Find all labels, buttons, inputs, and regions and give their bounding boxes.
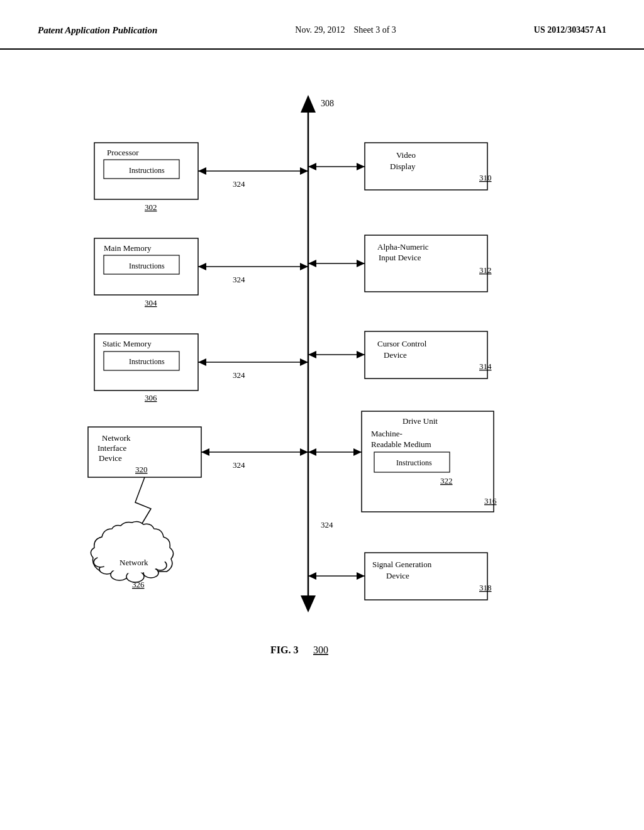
svg-marker-62 bbox=[357, 260, 365, 267]
svg-text:Device: Device bbox=[384, 350, 407, 360]
svg-text:Device: Device bbox=[99, 453, 122, 463]
svg-text:Readable Medium: Readable Medium bbox=[371, 440, 431, 449]
svg-text:Network: Network bbox=[119, 558, 148, 567]
publication-date-sheet: Nov. 29, 2012 Sheet 3 of 3 bbox=[295, 25, 396, 35]
svg-marker-18 bbox=[198, 263, 206, 270]
svg-marker-9 bbox=[198, 167, 206, 175]
svg-text:Interface: Interface bbox=[97, 443, 126, 453]
svg-text:Network: Network bbox=[102, 433, 131, 443]
svg-text:312: 312 bbox=[479, 265, 492, 275]
svg-marker-80 bbox=[353, 448, 362, 456]
svg-text:326: 326 bbox=[132, 580, 145, 589]
patent-diagram: 308 Processor Instructions 302 324 Main … bbox=[0, 50, 644, 741]
svg-marker-55 bbox=[357, 163, 365, 170]
svg-text:302: 302 bbox=[145, 202, 157, 212]
svg-text:306: 306 bbox=[145, 393, 157, 402]
svg-text:324: 324 bbox=[233, 460, 245, 470]
svg-marker-87 bbox=[308, 572, 316, 580]
svg-text:Instructions: Instructions bbox=[396, 458, 432, 467]
svg-marker-54 bbox=[308, 163, 316, 170]
svg-text:320: 320 bbox=[135, 465, 148, 474]
svg-text:Machine-: Machine- bbox=[371, 429, 402, 438]
svg-marker-27 bbox=[198, 358, 206, 366]
svg-text:Static Memory: Static Memory bbox=[103, 339, 152, 348]
svg-text:Display: Display bbox=[390, 162, 416, 171]
svg-text:Instructions: Instructions bbox=[129, 262, 165, 270]
svg-text:324: 324 bbox=[233, 275, 245, 284]
publication-title: Patent Application Publication bbox=[38, 25, 157, 36]
fig-ref: 300 bbox=[313, 645, 328, 655]
svg-marker-28 bbox=[300, 358, 308, 366]
svg-point-46 bbox=[97, 538, 167, 573]
diagram-area: 308 Processor Instructions 302 324 Main … bbox=[0, 50, 644, 741]
svg-text:Signal Generation: Signal Generation bbox=[372, 560, 432, 569]
svg-marker-1 bbox=[301, 95, 316, 113]
svg-text:304: 304 bbox=[145, 298, 157, 307]
svg-marker-19 bbox=[300, 263, 308, 270]
page-header: Patent Application Publication Nov. 29, … bbox=[0, 0, 644, 50]
svg-text:Cursor Control: Cursor Control bbox=[377, 339, 427, 348]
svg-text:324: 324 bbox=[321, 520, 333, 529]
svg-marker-10 bbox=[300, 167, 308, 175]
svg-text:Input Device: Input Device bbox=[379, 253, 421, 262]
svg-marker-68 bbox=[308, 351, 316, 358]
svg-marker-69 bbox=[357, 351, 365, 358]
svg-text:314: 314 bbox=[479, 362, 492, 371]
svg-text:Main Memory: Main Memory bbox=[104, 243, 152, 253]
svg-text:Drive Unit: Drive Unit bbox=[402, 416, 438, 426]
svg-marker-79 bbox=[308, 448, 316, 456]
svg-text:Instructions: Instructions bbox=[129, 166, 165, 175]
svg-rect-49 bbox=[365, 143, 487, 190]
sheet-info: Sheet 3 of 3 bbox=[354, 25, 396, 35]
svg-text:324: 324 bbox=[233, 370, 245, 380]
svg-text:324: 324 bbox=[233, 179, 245, 189]
svg-text:Device: Device bbox=[386, 571, 409, 580]
svg-text:318: 318 bbox=[479, 583, 492, 592]
svg-text:Instructions: Instructions bbox=[129, 357, 165, 366]
svg-text:Processor: Processor bbox=[107, 148, 139, 157]
svg-marker-61 bbox=[308, 260, 316, 267]
fig-label: FIG. 3 bbox=[270, 645, 298, 655]
svg-marker-88 bbox=[357, 572, 365, 580]
bus-label: 308 bbox=[321, 99, 334, 108]
svg-text:Video: Video bbox=[396, 150, 416, 160]
publication-number: US 2012/303457 A1 bbox=[534, 25, 606, 35]
svg-marker-36 bbox=[201, 448, 209, 456]
svg-text:310: 310 bbox=[479, 173, 492, 182]
pub-date: Nov. 29, 2012 bbox=[295, 25, 345, 35]
svg-text:316: 316 bbox=[484, 496, 497, 506]
svg-text:322: 322 bbox=[440, 476, 453, 485]
patent-page: Patent Application Publication Nov. 29, … bbox=[0, 0, 644, 830]
svg-marker-37 bbox=[300, 448, 308, 456]
svg-marker-2 bbox=[301, 595, 316, 612]
svg-text:Alpha-Numeric: Alpha-Numeric bbox=[377, 242, 429, 252]
